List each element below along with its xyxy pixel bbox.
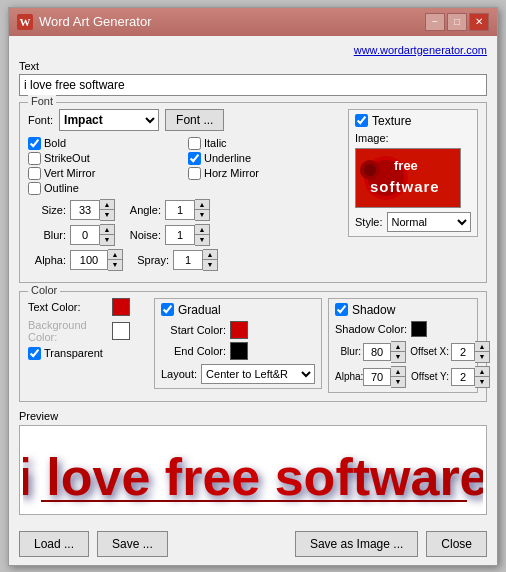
spray-spinner[interactable]: ▲ ▼ xyxy=(173,249,218,271)
blur-spinner[interactable]: ▲ ▼ xyxy=(70,224,115,246)
gradual-checkbox[interactable] xyxy=(161,303,174,316)
url-link[interactable]: www.wordartgenerator.com xyxy=(19,44,487,56)
layout-select[interactable]: Center to Left&R Left to Right Top to Bo… xyxy=(201,364,315,384)
horz-mirror-label: Horz Mirror xyxy=(204,167,259,179)
close-button[interactable]: Close xyxy=(426,531,487,557)
italic-label: Italic xyxy=(204,137,227,149)
end-color-swatch[interactable] xyxy=(230,342,248,360)
angle-input[interactable] xyxy=(165,200,195,220)
font-select[interactable]: Impact xyxy=(59,109,159,131)
strikeout-checkbox[interactable] xyxy=(28,152,41,165)
shadow-color-row: Shadow Color: xyxy=(335,321,471,337)
shadow-offset-x-label: Offset X: xyxy=(409,346,449,357)
color-group: Color Text Color: Background Color: Tran… xyxy=(19,291,487,402)
alpha-input[interactable] xyxy=(70,250,108,270)
font-button[interactable]: Font ... xyxy=(165,109,224,131)
texture-preview[interactable]: free software xyxy=(355,148,461,208)
blur-down-button[interactable]: ▼ xyxy=(100,235,114,245)
shadow-alpha-up[interactable]: ▲ xyxy=(391,367,405,377)
load-button[interactable]: Load ... xyxy=(19,531,89,557)
angle-up-button[interactable]: ▲ xyxy=(195,200,209,210)
alpha-up-button[interactable]: ▲ xyxy=(108,250,122,260)
shadow-offsetx-down[interactable]: ▼ xyxy=(475,352,489,362)
angle-down-button[interactable]: ▼ xyxy=(195,210,209,220)
shadow-offset-y-input[interactable] xyxy=(451,368,475,386)
shadow-checkbox[interactable] xyxy=(335,303,348,316)
close-window-button[interactable]: ✕ xyxy=(469,13,489,31)
shadow-offsetx-up[interactable]: ▲ xyxy=(475,342,489,352)
transparent-checkbox-item[interactable]: Transparent xyxy=(28,347,148,360)
style-select[interactable]: Normal Tile Stretch xyxy=(387,212,471,232)
angle-spinner[interactable]: ▲ ▼ xyxy=(165,199,210,221)
maximize-button[interactable]: □ xyxy=(447,13,467,31)
shadow-offset-x-input[interactable] xyxy=(451,343,475,361)
font-label: Font: xyxy=(28,114,53,126)
underline-checkbox[interactable] xyxy=(188,152,201,165)
alpha-spray-row: Alpha: ▲ ▼ Spray: xyxy=(28,249,340,271)
italic-checkbox-item[interactable]: Italic xyxy=(188,137,340,150)
alpha-spinner[interactable]: ▲ ▼ xyxy=(70,249,123,271)
shadow-color-swatch[interactable] xyxy=(411,321,427,337)
horz-mirror-checkbox[interactable] xyxy=(188,167,201,180)
blur-input[interactable] xyxy=(70,225,100,245)
shadow-spinners-grid: Blur: ▲ ▼ Offset X: xyxy=(335,341,471,388)
shadow-offset-y-label: Offset Y: xyxy=(409,371,449,382)
bold-checkbox[interactable] xyxy=(28,137,41,150)
angle-label: Angle: xyxy=(119,204,161,216)
bold-checkbox-item[interactable]: Bold xyxy=(28,137,180,150)
shadow-blur-input[interactable] xyxy=(363,343,391,361)
size-up-button[interactable]: ▲ xyxy=(100,200,114,210)
size-angle-row: Size: ▲ ▼ Angle: xyxy=(28,199,340,221)
size-down-button[interactable]: ▼ xyxy=(100,210,114,220)
noise-up-button[interactable]: ▲ xyxy=(195,225,209,235)
outline-checkbox-item[interactable]: Outline xyxy=(28,182,180,195)
minimize-button[interactable]: − xyxy=(425,13,445,31)
outline-checkbox[interactable] xyxy=(28,182,41,195)
bg-color-swatch[interactable] xyxy=(112,322,130,340)
save-as-image-button[interactable]: Save as Image ... xyxy=(295,531,418,557)
shadow-alpha-spin-buttons: ▲ ▼ xyxy=(391,366,406,388)
shadow-offsety-down[interactable]: ▼ xyxy=(475,377,489,387)
size-spinner[interactable]: ▲ ▼ xyxy=(70,199,115,221)
svg-text:free: free xyxy=(394,158,418,173)
gradual-label: Gradual xyxy=(178,303,221,317)
strikeout-checkbox-item[interactable]: StrikeOut xyxy=(28,152,180,165)
noise-down-button[interactable]: ▼ xyxy=(195,235,209,245)
vert-mirror-checkbox[interactable] xyxy=(28,167,41,180)
shadow-alpha-spinner[interactable]: ▲ ▼ xyxy=(363,366,406,388)
shadow-offset-x-spinner[interactable]: ▲ ▼ xyxy=(451,341,490,363)
noise-spinner[interactable]: ▲ ▼ xyxy=(165,224,210,246)
preview-label: Preview xyxy=(19,410,487,422)
save-button[interactable]: Save ... xyxy=(97,531,168,557)
shadow-alpha-down[interactable]: ▼ xyxy=(391,377,405,387)
shadow-offsety-up[interactable]: ▲ xyxy=(475,367,489,377)
italic-checkbox[interactable] xyxy=(188,137,201,150)
texture-checkbox[interactable] xyxy=(355,114,368,127)
shadow-blur-up[interactable]: ▲ xyxy=(391,342,405,352)
spray-down-button[interactable]: ▼ xyxy=(203,260,217,270)
size-input[interactable] xyxy=(70,200,100,220)
spray-input[interactable] xyxy=(173,250,203,270)
text-color-swatch[interactable] xyxy=(112,298,130,316)
spray-up-button[interactable]: ▲ xyxy=(203,250,217,260)
start-color-swatch[interactable] xyxy=(230,321,248,339)
horz-mirror-checkbox-item[interactable]: Horz Mirror xyxy=(188,167,340,180)
shadow-offset-x-item: Offset X: ▲ ▼ xyxy=(409,341,490,363)
size-spin-buttons: ▲ ▼ xyxy=(100,199,115,221)
shadow-blur-spinner[interactable]: ▲ ▼ xyxy=(363,341,406,363)
shadow-alpha-input[interactable] xyxy=(363,368,391,386)
main-window: W Word Art Generator − □ ✕ www.wordartge… xyxy=(8,7,498,566)
text-input[interactable] xyxy=(19,74,487,96)
shadow-section: Shadow Shadow Color: Blur: ▲ xyxy=(328,298,478,393)
preview-box: i love free software xyxy=(19,425,487,515)
alpha-spin-buttons: ▲ ▼ xyxy=(108,249,123,271)
blur-up-button[interactable]: ▲ xyxy=(100,225,114,235)
alpha-down-button[interactable]: ▼ xyxy=(108,260,122,270)
noise-input[interactable] xyxy=(165,225,195,245)
vert-mirror-checkbox-item[interactable]: Vert Mirror xyxy=(28,167,180,180)
transparent-checkbox[interactable] xyxy=(28,347,41,360)
underline-checkbox-item[interactable]: Underline xyxy=(188,152,340,165)
shadow-offset-y-spinner[interactable]: ▲ ▼ xyxy=(451,366,490,388)
layout-label: Layout: xyxy=(161,368,197,380)
shadow-blur-down[interactable]: ▼ xyxy=(391,352,405,362)
